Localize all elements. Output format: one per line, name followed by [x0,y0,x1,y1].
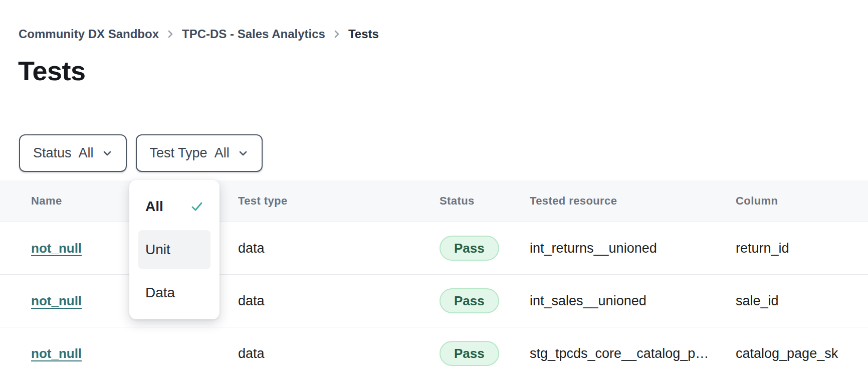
chevron-down-icon [102,150,113,157]
status-filter-value: All [79,145,94,161]
column-header-test-type: Test type [238,195,440,208]
column-header-tested-resource: Tested resource [530,195,736,208]
test-type-cell: data [238,346,440,361]
status-filter-label: Status [33,145,72,161]
column-header-column: Column [736,195,868,208]
test-type-filter-value: All [214,145,230,161]
chevron-right-icon [333,29,340,40]
chevron-down-icon [238,150,249,157]
tested-resource-cell: int_returns__unioned [530,241,736,256]
test-name-link[interactable]: not_null [31,241,82,256]
test-name-link[interactable]: not_null [31,293,82,308]
tested-resource-cell: int_sales__unioned [530,293,736,309]
dropdown-option-all[interactable]: All [138,187,210,226]
test-type-filter-button[interactable]: Test Type All [136,134,263,172]
test-name-link[interactable]: not_null [31,346,82,361]
column-cell: return_id [736,241,868,256]
column-cell: sale_id [736,293,868,309]
page-title: Tests [18,55,86,86]
column-header-status: Status [440,195,530,208]
filter-bar: Status All Test Type All [19,134,263,172]
breadcrumb-item-project[interactable]: Community DX Sandbox [19,26,159,42]
table-row: not_null data Pass stg_tpcds_core__catal… [0,327,868,379]
breadcrumb: Community DX Sandbox TPC-DS - Sales Anal… [19,26,379,42]
test-type-filter-label: Test Type [150,145,207,161]
test-type-cell: data [238,241,440,256]
status-badge: Pass [440,236,499,261]
dropdown-option-unit[interactable]: Unit [138,230,210,269]
dropdown-option-data[interactable]: Data [138,273,210,312]
breadcrumb-item-package[interactable]: TPC-DS - Sales Analytics [182,26,325,42]
breadcrumb-item-current: Tests [348,26,379,42]
status-badge: Pass [440,341,499,366]
column-cell: catalog_page_sk [736,346,868,361]
dropdown-option-label: Data [145,285,175,301]
dropdown-option-label: All [145,199,163,215]
status-filter-button[interactable]: Status All [19,134,127,172]
test-type-dropdown-menu: All Unit Data [129,180,220,319]
dropdown-option-label: Unit [145,242,170,258]
test-type-cell: data [238,293,440,309]
chevron-right-icon [167,29,174,40]
status-badge: Pass [440,288,499,313]
check-icon [190,201,203,212]
tested-resource-cell: stg_tpcds_core__catalog_p… [530,346,736,361]
